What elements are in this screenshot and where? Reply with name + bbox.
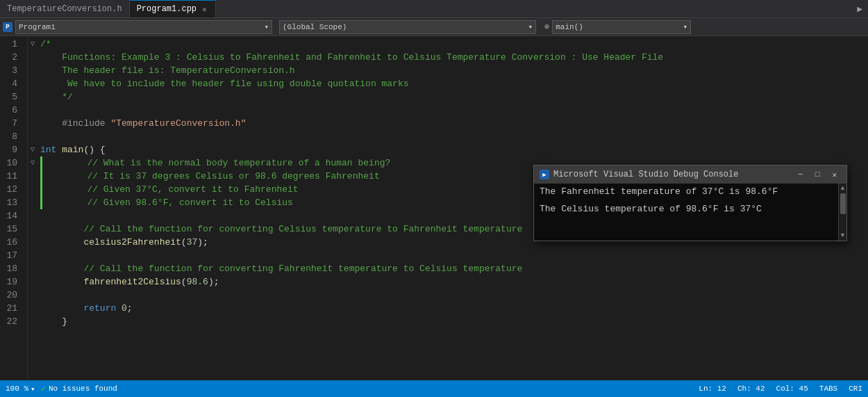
project-label: Program1 — [19, 23, 56, 31]
function-arrow: ▾ — [683, 22, 688, 31]
scope-arrow: ▾ — [528, 22, 533, 31]
debug-output-line3: The Celsius temperature of 98.6°F is 37°… — [540, 204, 833, 214]
code-line-19: fahrenheit2Celsius(98.6); — [28, 275, 868, 289]
code-line-6 — [28, 104, 868, 117]
code-line-7: #include "TemperatureConversion.h" — [28, 117, 868, 130]
app-container: TemperatureConversion.h Program1.cpp ✕ ▶… — [0, 0, 868, 397]
debug-title-text: Microsoft Visual Studio Debug Console — [553, 170, 790, 179]
code-line-18: // Call the function for converting Fahr… — [28, 262, 868, 275]
tab-header-label: TemperatureConversion.h — [7, 4, 122, 14]
function-label: main() — [556, 23, 583, 31]
status-ln: Ln: 12 — [699, 384, 726, 393]
tab-close-icon[interactable]: ✕ — [201, 4, 208, 15]
zoom-control[interactable]: 100 % ▾ — [6, 384, 35, 394]
debug-scroll-thumb[interactable] — [840, 193, 846, 214]
tab-main-label: Program1.cpp — [137, 4, 197, 14]
scope-dropdown[interactable]: (Global Scope) ▾ — [279, 20, 536, 34]
debug-output-line1: The Fahrenheit temperature of 37°C is 98… — [540, 186, 833, 197]
code-line-2: Functions: Example 3 : Celsius to Fahren… — [28, 51, 868, 64]
status-tabs: TABS — [819, 384, 837, 393]
zoom-arrow: ▾ — [31, 384, 35, 394]
debug-maximize-btn[interactable]: □ — [811, 165, 824, 184]
debug-scroll-up[interactable]: ▲ — [841, 185, 844, 192]
tab-header-file[interactable]: TemperatureConversion.h — [0, 0, 130, 17]
code-line-3: The header file is: TemperatureConversio… — [28, 64, 868, 77]
zoom-value: 100 % — [6, 384, 28, 393]
debug-content-row: The Fahrenheit temperature of 37°C is 98… — [534, 184, 846, 241]
status-text: No issues found — [49, 384, 117, 393]
project-icon: P — [3, 22, 12, 32]
tab-right-arrow[interactable]: ▶ — [851, 0, 868, 17]
project-arrow: ▾ — [264, 22, 269, 31]
code-line-20 — [28, 289, 868, 302]
tab-bar: TemperatureConversion.h Program1.cpp ✕ ▶ — [0, 0, 868, 18]
debug-output-line2 — [540, 198, 833, 202]
function-dropdown[interactable]: main() ▾ — [552, 20, 691, 34]
code-line-22: } — [28, 315, 868, 328]
code-line-9: ▽int main() { — [28, 143, 868, 156]
function-icon: ⊕ — [543, 22, 551, 32]
code-line-8 — [28, 130, 868, 143]
code-line-5: */ — [28, 90, 868, 104]
scope-label: (Global Scope) — [283, 23, 347, 31]
status-ok-indicator: ✓ No issues found — [41, 384, 117, 394]
tab-spacer — [216, 0, 851, 17]
status-bar: 100 % ▾ ✓ No issues found Ln: 12 Ch: 42 … — [0, 380, 868, 397]
debug-minimize-btn[interactable]: ─ — [794, 165, 807, 184]
status-encoding: CRI — [849, 384, 862, 393]
debug-scrollbar[interactable]: ▲ ▼ — [838, 184, 846, 241]
debug-console: ▶ Microsoft Visual Studio Debug Console … — [533, 165, 847, 241]
project-dropdown[interactable]: Program1 ▾ — [15, 20, 272, 34]
code-line-1: ▽/* — [28, 38, 868, 51]
debug-title-bar: ▶ Microsoft Visual Studio Debug Console … — [534, 165, 846, 184]
code-line-21: return 0; — [28, 302, 868, 315]
status-right: Ln: 12 Ch: 42 Col: 45 TABS CRI — [699, 384, 862, 393]
debug-close-btn[interactable]: ✕ — [828, 165, 841, 184]
status-left: 100 % ▾ ✓ No issues found — [6, 384, 117, 394]
editor-area: 12345 678910 1112131415 1617181920 2122 … — [0, 36, 868, 383]
tab-main-file[interactable]: Program1.cpp ✕ — [130, 0, 216, 17]
toolbar: P Program1 ▾ (Global Scope) ▾ ⊕ main() ▾ — [0, 18, 868, 36]
debug-body: The Fahrenheit temperature of 37°C is 98… — [534, 184, 838, 241]
status-ok-icon: ✓ — [41, 384, 46, 394]
code-line-17 — [28, 249, 868, 262]
status-col: Col: 45 — [776, 384, 808, 393]
line-numbers: 12345 678910 1112131415 1617181920 2122 — [0, 36, 28, 383]
debug-scroll-down[interactable]: ▼ — [841, 232, 844, 239]
debug-icon: ▶ — [540, 170, 549, 179]
status-ch: Ch: 42 — [737, 384, 765, 393]
code-line-4: We have to include the header file using… — [28, 77, 868, 90]
